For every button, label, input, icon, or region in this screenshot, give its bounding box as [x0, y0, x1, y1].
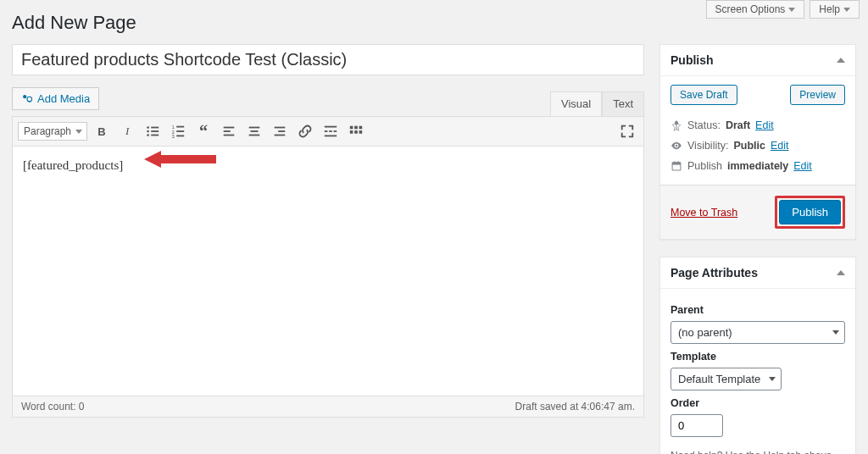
attributes-help-text: Need help? Use the Help tab above the sc… — [670, 449, 845, 454]
fullscreen-icon — [620, 124, 635, 139]
parent-select-value: (no parent) — [678, 326, 732, 339]
numbered-list-icon: 123 — [170, 124, 186, 139]
format-select-label: Paragraph — [24, 125, 71, 137]
align-center-button[interactable] — [243, 120, 265, 142]
svg-point-37 — [676, 145, 678, 147]
align-center-icon — [247, 124, 262, 139]
tab-text[interactable]: Text — [602, 91, 644, 116]
svg-rect-33 — [359, 130, 363, 134]
svg-marker-34 — [144, 151, 216, 168]
svg-rect-39 — [672, 163, 681, 165]
publish-button[interactable]: Publish — [779, 200, 841, 224]
svg-rect-25 — [329, 130, 332, 132]
order-input[interactable] — [670, 414, 723, 437]
eye-icon — [670, 140, 682, 152]
word-count-label: Word count: — [21, 401, 75, 412]
tab-visual[interactable]: Visual — [550, 91, 602, 116]
italic-button[interactable]: I — [116, 120, 138, 142]
toolbar-toggle-icon — [348, 124, 364, 139]
svg-rect-13 — [176, 136, 184, 137]
word-count-value: 0 — [79, 401, 85, 412]
format-select[interactable]: Paragraph — [18, 122, 87, 141]
svg-rect-7 — [151, 135, 159, 136]
svg-rect-20 — [275, 127, 286, 129]
editor-container: Paragraph B I 123 “ — [12, 116, 644, 418]
chevron-down-icon — [832, 330, 839, 335]
svg-rect-21 — [278, 130, 285, 132]
collapse-toggle[interactable] — [837, 58, 845, 63]
preview-button[interactable]: Preview — [790, 85, 845, 105]
template-select[interactable]: Default Template — [670, 368, 782, 390]
screen-options-label: Screen Options — [715, 3, 786, 15]
attributes-box-title: Page Attributes — [670, 266, 758, 280]
fullscreen-button[interactable] — [616, 120, 638, 142]
svg-point-0 — [23, 95, 26, 98]
svg-rect-28 — [350, 126, 353, 130]
svg-rect-22 — [275, 135, 286, 136]
svg-rect-14 — [224, 127, 235, 129]
chevron-down-icon — [843, 8, 850, 12]
add-media-label: Add Media — [37, 92, 90, 105]
svg-rect-18 — [251, 130, 259, 132]
visibility-value: Public — [733, 140, 765, 152]
visibility-label: Visibility: — [687, 140, 728, 152]
chevron-down-icon — [788, 8, 795, 12]
editor-status-bar: Word count: 0 Draft saved at 4:06:47 am. — [13, 396, 643, 417]
schedule-label: Publish — [687, 160, 722, 172]
edit-visibility-link[interactable]: Edit — [771, 140, 789, 152]
screen-options-button[interactable]: Screen Options — [706, 0, 805, 19]
parent-select[interactable]: (no parent) — [670, 321, 845, 344]
bold-button[interactable]: B — [91, 120, 113, 142]
svg-rect-15 — [224, 130, 231, 132]
schedule-value: immediately — [727, 160, 788, 172]
order-label: Order — [670, 397, 845, 409]
svg-rect-23 — [325, 126, 337, 128]
blockquote-button[interactable]: “ — [192, 120, 214, 142]
help-button[interactable]: Help — [810, 0, 860, 19]
draft-saved-text: Draft saved at 4:06:47 am. — [515, 401, 635, 412]
numbered-list-button[interactable]: 123 — [167, 120, 189, 142]
svg-rect-3 — [151, 127, 159, 129]
help-label: Help — [819, 3, 840, 15]
chevron-down-icon — [769, 377, 776, 381]
svg-point-6 — [147, 134, 149, 136]
link-icon — [298, 124, 313, 139]
page-title-input[interactable] — [12, 44, 644, 75]
bullet-list-button[interactable] — [142, 120, 164, 142]
svg-rect-41 — [677, 161, 678, 163]
svg-rect-32 — [354, 130, 358, 134]
collapse-toggle[interactable] — [837, 270, 845, 275]
svg-rect-26 — [334, 130, 337, 132]
svg-rect-31 — [350, 130, 353, 134]
svg-rect-16 — [224, 135, 235, 136]
status-value: Draft — [726, 119, 750, 131]
pin-icon — [670, 119, 682, 131]
align-left-button[interactable] — [218, 120, 240, 142]
calendar-icon — [670, 160, 682, 172]
svg-rect-40 — [674, 161, 675, 163]
read-more-icon — [323, 124, 338, 139]
edit-schedule-link[interactable]: Edit — [793, 160, 812, 172]
annotation-arrow — [144, 150, 220, 172]
move-to-trash-link[interactable]: Move to Trash — [670, 207, 737, 219]
svg-point-4 — [147, 130, 149, 133]
add-media-button[interactable]: Add Media — [12, 87, 99, 110]
read-more-button[interactable] — [320, 120, 342, 142]
svg-rect-9 — [176, 126, 184, 128]
svg-rect-19 — [249, 135, 260, 136]
svg-rect-24 — [325, 130, 328, 132]
svg-rect-27 — [325, 136, 337, 137]
publish-box-title: Publish — [670, 53, 714, 67]
page-attributes-box: Page Attributes Parent (no parent) Templ… — [659, 257, 856, 454]
link-button[interactable] — [294, 120, 316, 142]
bullet-list-icon — [145, 124, 160, 139]
template-select-value: Default Template — [678, 373, 760, 385]
parent-label: Parent — [670, 304, 845, 316]
edit-status-link[interactable]: Edit — [755, 119, 774, 131]
editor-content-area[interactable]: [featured_products] — [13, 147, 643, 396]
save-draft-button[interactable]: Save Draft — [670, 85, 737, 105]
align-right-icon — [272, 124, 287, 139]
toolbar-toggle-button[interactable] — [345, 120, 367, 142]
align-right-button[interactable] — [269, 120, 291, 142]
svg-rect-30 — [359, 126, 363, 130]
